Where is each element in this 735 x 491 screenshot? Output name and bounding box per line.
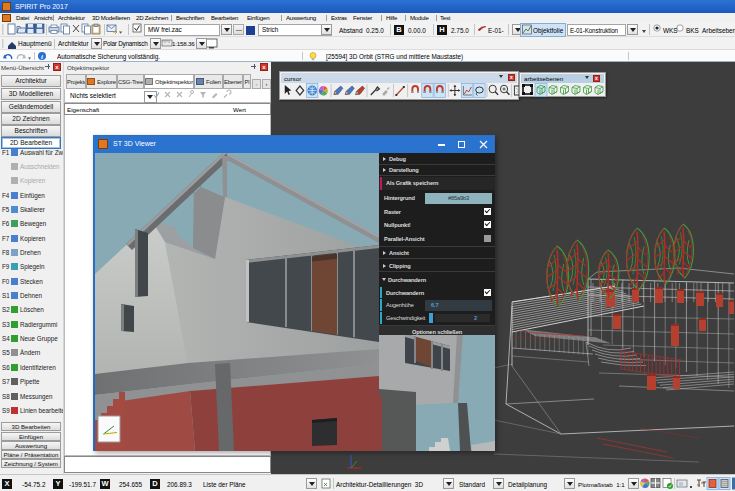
svg-text:i: i — [41, 53, 43, 61]
